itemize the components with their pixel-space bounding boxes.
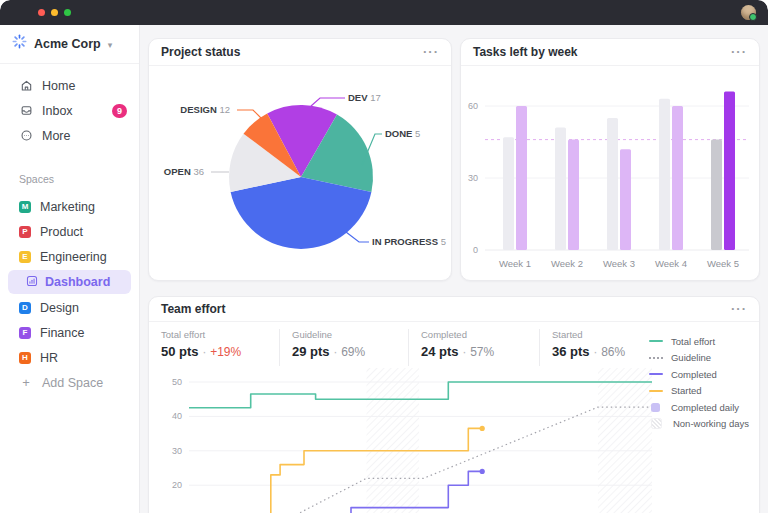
sidebar-item-label: Inbox (42, 104, 73, 118)
space-avatar: P (19, 226, 31, 238)
sidebar-item-inbox[interactable]: Inbox 9 (0, 98, 139, 123)
hatch-swatch-icon (651, 418, 662, 429)
legend-item-started[interactable]: Started (649, 386, 749, 396)
svg-text:Week 3: Week 3 (603, 258, 635, 269)
stat-completed: Completed 24 pts · 57% (408, 329, 539, 366)
card-menu-ellipsis-icon[interactable]: ··· (423, 47, 439, 57)
legend-item-total-effort[interactable]: Total effort (649, 336, 749, 346)
space-label: Design (40, 301, 79, 315)
svg-text:Week 2: Week 2 (551, 258, 583, 269)
card-title: Team effort (161, 302, 225, 316)
sidebar-space-marketing[interactable]: M Marketing (0, 194, 139, 219)
inbox-icon (19, 104, 33, 117)
sidebar-item-label: Dashboard (45, 275, 110, 289)
close-window-button[interactable] (38, 9, 45, 16)
spaces-heading: Spaces (0, 148, 139, 194)
workspace-logo-burst-icon (12, 34, 27, 53)
svg-text:50: 50 (172, 377, 182, 387)
team-effort-card: Team effort ··· Total effort 50 pts · +1… (148, 296, 760, 513)
space-avatar: F (19, 327, 31, 339)
team-chart-legend: Total effort Guideline Completed Started… (649, 336, 749, 429)
pie-slices (229, 105, 373, 249)
sidebar: Acme Corp ▾ Home Inbox 9 (0, 25, 140, 513)
workspace-name: Acme Corp (34, 37, 101, 51)
bar-chart: 03060Week 1Week 2Week 3Week 4Week 5 (461, 66, 761, 283)
pie-label-open: OPEN 36 (164, 166, 204, 177)
team-chart-area: Total effort 50 pts · +19% Guideline 29 … (149, 322, 759, 513)
tasks-by-week-card: Tasks left by week ··· 03060Week 1Week 2… (460, 38, 760, 281)
add-space-button[interactable]: + Add Space (0, 370, 139, 395)
project-status-card: Project status ··· (148, 38, 452, 281)
dashboard-chart-icon (26, 275, 38, 290)
svg-text:60: 60 (468, 101, 478, 111)
svg-text:30: 30 (172, 446, 182, 456)
square-swatch-icon (651, 403, 660, 412)
sidebar-space-hr[interactable]: H HR (0, 345, 139, 370)
legend-item-completed-daily[interactable]: Completed daily (649, 402, 749, 412)
inbox-unread-badge: 9 (112, 104, 127, 118)
space-avatar: D (19, 302, 31, 314)
app-window: Acme Corp ▾ Home Inbox 9 (0, 0, 768, 513)
legend-item-completed[interactable]: Completed (649, 369, 749, 379)
line-swatch-icon (649, 340, 663, 342)
sidebar-item-more[interactable]: More (0, 123, 139, 148)
pie-label-in-progress: IN PROGRESS 5 (372, 236, 446, 247)
svg-text:0: 0 (473, 245, 478, 255)
sidebar-item-label: Home (42, 79, 75, 93)
svg-text:30: 30 (468, 173, 478, 183)
more-icon (19, 129, 33, 142)
svg-text:Week 1: Week 1 (499, 258, 531, 269)
line-swatch-icon (649, 390, 663, 392)
sidebar-space-engineering[interactable]: E Engineering (0, 244, 139, 269)
sidebar-space-design[interactable]: D Design (0, 295, 139, 320)
space-avatar: E (19, 251, 31, 263)
card-title: Tasks left by week (473, 45, 578, 59)
sidebar-item-home[interactable]: Home (0, 73, 139, 98)
sidebar-space-product[interactable]: P Product (0, 219, 139, 244)
sidebar-space-finance[interactable]: F Finance (0, 320, 139, 345)
pie-label-design: DESIGN 12 (180, 104, 230, 115)
stat-guideline: Guideline 29 pts · 69% (279, 329, 408, 366)
svg-text:40: 40 (172, 411, 182, 421)
card-menu-ellipsis-icon[interactable]: ··· (731, 47, 747, 57)
add-space-label: Add Space (42, 376, 103, 390)
svg-text:Week 4: Week 4 (655, 258, 687, 269)
user-avatar[interactable] (741, 5, 756, 20)
dashboard-main: Project status ··· (140, 25, 768, 513)
maximize-window-button[interactable] (64, 9, 71, 16)
space-label: Marketing (40, 200, 95, 214)
minimize-window-button[interactable] (51, 9, 58, 16)
card-menu-ellipsis-icon[interactable]: ··· (731, 304, 747, 314)
burst-icon (12, 34, 27, 49)
space-label: HR (40, 351, 58, 365)
pie-chart-area: DEV 17 DONE 5 IN PROGRESS 5 OPEN 36 DESI… (149, 66, 451, 283)
home-icon (19, 79, 33, 92)
window-controls (38, 9, 71, 16)
space-label: Product (40, 225, 83, 239)
space-avatar: H (19, 352, 31, 364)
bar-chart-area: 03060Week 1Week 2Week 3Week 4Week 5 (461, 66, 759, 283)
space-avatar: M (19, 201, 31, 213)
sidebar-item-label: More (42, 129, 70, 143)
dashed-swatch-icon (649, 357, 663, 359)
space-label: Finance (40, 326, 84, 340)
svg-text:20: 20 (172, 480, 182, 490)
sidebar-item-dashboard[interactable]: Dashboard (8, 270, 131, 294)
space-label: Engineering (40, 250, 107, 264)
card-title: Project status (161, 45, 240, 59)
stat-total-effort: Total effort 50 pts · +19% (161, 329, 279, 366)
chevron-down-icon: ▾ (108, 40, 113, 50)
plus-icon: + (19, 375, 33, 390)
window-titlebar (0, 0, 768, 25)
line-swatch-icon (649, 373, 663, 375)
legend-item-guideline[interactable]: Guideline (649, 353, 749, 363)
svg-text:Week 5: Week 5 (707, 258, 739, 269)
pie-label-dev: DEV 17 (348, 92, 381, 103)
pie-label-done: DONE 5 (385, 128, 420, 139)
workspace-switcher[interactable]: Acme Corp ▾ (0, 34, 139, 64)
legend-item-non-working-days[interactable]: Non-working days (649, 419, 749, 429)
